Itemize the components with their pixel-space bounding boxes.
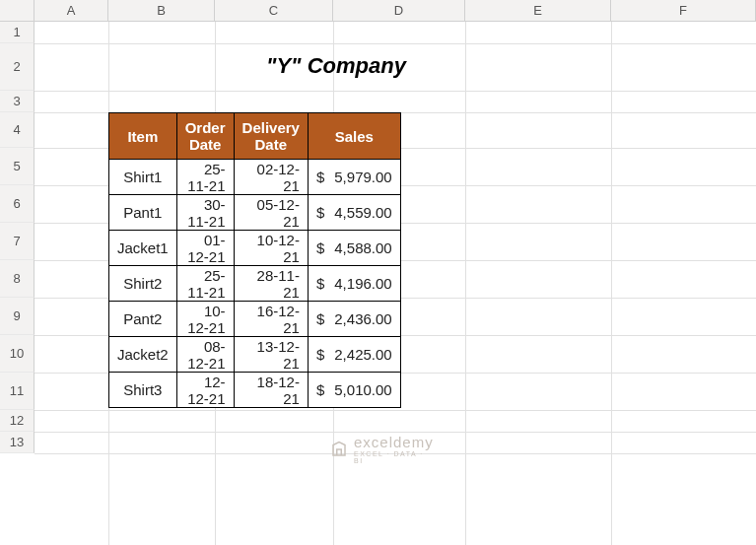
row-header-2[interactable]: 2	[0, 43, 34, 91]
currency-symbol: $	[316, 346, 324, 363]
cell-sales[interactable]: $4,559.00	[308, 195, 400, 231]
watermark-sub: EXCEL · DATA · BI	[354, 450, 434, 464]
data-table: Item Order Date Delivery Date Sales Shir…	[108, 112, 401, 408]
row-header-13[interactable]: 13	[0, 432, 34, 453]
col-header-C[interactable]: C	[215, 0, 333, 21]
currency-symbol: $	[316, 239, 324, 256]
row-header-12[interactable]: 12	[0, 410, 34, 432]
cell-item[interactable]: Shirt3	[109, 373, 177, 408]
currency-symbol: $	[316, 169, 324, 185]
cell-delivery-date[interactable]: 05-12-21	[234, 195, 308, 231]
cell-order-date[interactable]: 25-11-21	[176, 160, 234, 195]
cell-order-date[interactable]: 08-12-21	[176, 337, 234, 373]
sales-value: 4,588.00	[324, 239, 391, 256]
header-sales[interactable]: Sales	[308, 113, 400, 160]
column-headers: A B C D E F	[0, 0, 756, 22]
cell-order-date[interactable]: 30-11-21	[176, 195, 234, 231]
sales-value: 4,559.00	[324, 204, 391, 221]
cell-item[interactable]: Shirt2	[109, 266, 177, 302]
table-row: Shirt125-11-2102-12-21$5,979.00	[109, 160, 401, 195]
cell-delivery-date[interactable]: 10-12-21	[234, 231, 308, 266]
cell-sales[interactable]: $4,196.00	[308, 266, 400, 302]
header-order-date[interactable]: Order Date	[176, 113, 234, 160]
sales-value: 5,979.00	[324, 169, 391, 185]
cell-order-date[interactable]: 10-12-21	[176, 302, 234, 337]
table-row: Pant130-11-2105-12-21$4,559.00	[109, 195, 401, 231]
row-header-11[interactable]: 11	[0, 373, 34, 410]
cell-delivery-date[interactable]: 02-12-21	[234, 160, 308, 195]
cell-sales[interactable]: $4,588.00	[308, 231, 400, 266]
row-header-8[interactable]: 8	[0, 260, 34, 298]
currency-symbol: $	[316, 381, 324, 398]
sales-value: 2,425.00	[324, 346, 391, 363]
row-headers: 12345678910111213	[0, 22, 34, 453]
cell-item[interactable]: Pant1	[109, 195, 177, 231]
exceldemy-icon	[330, 441, 348, 458]
col-header-E[interactable]: E	[465, 0, 611, 21]
page-title: "Y" Company	[266, 53, 406, 79]
cell-delivery-date[interactable]: 13-12-21	[234, 337, 308, 373]
cell-item[interactable]: Shirt1	[109, 160, 177, 195]
row-header-3[interactable]: 3	[0, 91, 34, 112]
table-header-row: Item Order Date Delivery Date Sales	[109, 113, 401, 160]
cell-order-date[interactable]: 01-12-21	[176, 231, 234, 266]
row-header-9[interactable]: 9	[0, 298, 34, 335]
col-header-D[interactable]: D	[333, 0, 465, 21]
watermark: exceldemy EXCEL · DATA · BI	[330, 434, 434, 464]
table-row: Pant210-12-2116-12-21$2,436.00	[109, 302, 401, 337]
cell-order-date[interactable]: 25-11-21	[176, 266, 234, 302]
row-header-1[interactable]: 1	[0, 22, 34, 43]
row-header-5[interactable]: 5	[0, 148, 34, 185]
cell-sales[interactable]: $2,425.00	[308, 337, 400, 373]
col-header-B[interactable]: B	[108, 0, 215, 21]
spreadsheet: A B C D E F 12345678910111213 "Y" Compan…	[0, 0, 756, 545]
currency-symbol: $	[316, 275, 324, 292]
col-header-F[interactable]: F	[611, 0, 756, 21]
cell-delivery-date[interactable]: 18-12-21	[234, 373, 308, 408]
select-all-corner[interactable]	[0, 0, 34, 21]
cell-sales[interactable]: $2,436.00	[308, 302, 400, 337]
row-header-6[interactable]: 6	[0, 185, 34, 223]
sales-value: 2,436.00	[324, 310, 391, 327]
row-header-10[interactable]: 10	[0, 335, 34, 373]
cell-sales[interactable]: $5,010.00	[308, 373, 400, 408]
table-row: Jacket208-12-2113-12-21$2,425.00	[109, 337, 401, 373]
cell-item[interactable]: Pant2	[109, 302, 177, 337]
cell-sales[interactable]: $5,979.00	[308, 160, 400, 195]
col-header-A[interactable]: A	[34, 0, 108, 21]
currency-symbol: $	[316, 204, 324, 221]
currency-symbol: $	[316, 310, 324, 327]
table-row: Shirt225-11-2128-11-21$4,196.00	[109, 266, 401, 302]
row-header-4[interactable]: 4	[0, 112, 34, 148]
table-row: Jacket101-12-2110-12-21$4,588.00	[109, 231, 401, 266]
sales-value: 4,196.00	[324, 275, 391, 292]
cell-item[interactable]: Jacket1	[109, 231, 177, 266]
cell-order-date[interactable]: 12-12-21	[176, 373, 234, 408]
watermark-text: exceldemy	[354, 434, 434, 450]
watermark-text-wrap: exceldemy EXCEL · DATA · BI	[354, 434, 434, 464]
table-row: Shirt312-12-2118-12-21$5,010.00	[109, 373, 401, 408]
header-item[interactable]: Item	[109, 113, 177, 160]
cell-delivery-date[interactable]: 16-12-21	[234, 302, 308, 337]
cell-delivery-date[interactable]: 28-11-21	[234, 266, 308, 302]
row-header-7[interactable]: 7	[0, 223, 34, 260]
header-delivery-date[interactable]: Delivery Date	[234, 113, 308, 160]
cell-item[interactable]: Jacket2	[109, 337, 177, 373]
sales-value: 5,010.00	[324, 381, 391, 398]
